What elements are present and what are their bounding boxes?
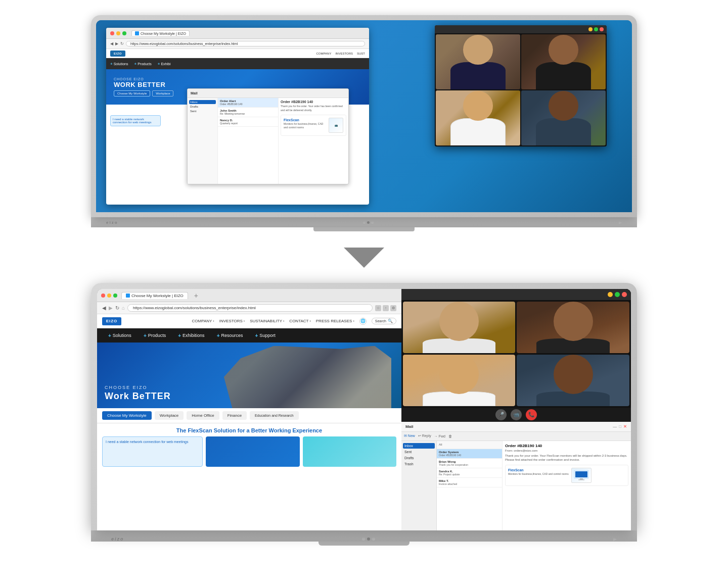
email-list-item-3[interactable]: Sandra K. Re: Project update xyxy=(437,468,502,478)
vc-max-bottom[interactable] xyxy=(615,292,620,297)
dot-1 xyxy=(363,221,366,224)
end-call-btn[interactable]: 📞 xyxy=(526,409,537,420)
plus-resources-bottom: + xyxy=(217,333,220,338)
nav-company-small[interactable]: COMPANY xyxy=(316,52,332,55)
email-body-content: Thank you for your order. Your FlexScan … xyxy=(505,454,628,462)
email-folder-sent[interactable]: Sent xyxy=(403,449,435,455)
back-btn[interactable]: ◀ xyxy=(102,305,106,311)
nav-press-bottom[interactable]: PRESS RELEASES › xyxy=(316,319,354,323)
url-icon-1[interactable]: ☆ xyxy=(375,305,381,311)
email-content-small: Order #B2B190 140 Thank you for the orde… xyxy=(279,98,348,184)
tab-home-office[interactable]: Home Office xyxy=(187,411,219,420)
email-folder-trash[interactable]: Trash xyxy=(403,461,435,467)
menu-solutions-bottom[interactable]: + Solutions xyxy=(102,328,138,343)
min-btn-small[interactable] xyxy=(116,31,120,35)
tab-choose-workstyle[interactable]: Choose My Workstyle xyxy=(102,411,152,420)
vc-close-small[interactable] xyxy=(600,27,604,31)
reload-btn[interactable]: ↻ xyxy=(115,305,119,311)
person-head-3 xyxy=(463,91,492,120)
min-btn-bottom[interactable] xyxy=(107,294,111,298)
new-email-btn[interactable]: ✉ New xyxy=(404,434,415,438)
email-title-small: Mail xyxy=(191,91,198,95)
reply-btn[interactable]: ↩ Reply xyxy=(418,434,431,438)
nav-sust-bottom[interactable]: SUSTAINABILITY › xyxy=(250,319,284,323)
email-sent-small[interactable]: Sent xyxy=(189,109,216,113)
chevron-press: › xyxy=(353,319,354,323)
product-card-blue-1[interactable] xyxy=(206,436,299,467)
email-maximize-icon[interactable]: □ xyxy=(619,424,621,429)
nav-sust-small[interactable]: SUST xyxy=(357,52,365,55)
menu-exhibitions-bottom[interactable]: + Exhibitions xyxy=(172,328,210,343)
monitor-bottom: Choose My Workstyle | EIZO + ◀ ▶ ↻ ⌂ xyxy=(91,283,637,546)
vc-max-small[interactable] xyxy=(594,27,598,31)
email-item-1[interactable]: Order Alert Order #B2B190 140 xyxy=(218,98,278,108)
email-folder-drafts[interactable]: Drafts xyxy=(403,455,435,461)
workplace-btn-small[interactable]: Workplace xyxy=(152,90,173,96)
add-tab-btn[interactable]: + xyxy=(194,291,198,300)
nav-investors-bottom[interactable]: INVESTORS › xyxy=(219,319,245,323)
max-btn-small[interactable] xyxy=(122,31,126,35)
email-subject-display: Order #B2B190 140 xyxy=(281,100,346,104)
url-bar-small[interactable]: https://www.eizoglobal.com/solutions/bus… xyxy=(126,41,365,46)
email-list-item-2[interactable]: Brian Wong Thank you for cooperation xyxy=(437,459,502,468)
close-btn-small[interactable] xyxy=(110,31,114,35)
chevron-sust: › xyxy=(283,319,284,323)
vc-close-bottom[interactable] xyxy=(622,292,627,297)
chevron-investors: › xyxy=(244,319,245,323)
mic-btn[interactable]: 🎤 xyxy=(495,409,507,420)
email-item-2[interactable]: John Smith Re: Meeting tomorrow xyxy=(218,108,278,117)
delete-email-btn[interactable]: 🗑 xyxy=(448,434,452,438)
home-btn[interactable]: ⌂ xyxy=(122,305,125,311)
globe-icon[interactable]: 🌐 xyxy=(359,318,367,325)
tab-education[interactable]: Education and Research xyxy=(250,411,299,420)
search-placeholder-bottom: Search xyxy=(375,319,386,323)
tab-workplace[interactable]: Workplace xyxy=(155,411,184,420)
menu-resources-bottom[interactable]: + Resources xyxy=(211,328,249,343)
browser-tab-bottom[interactable]: Choose My Workstyle | EIZO xyxy=(121,292,188,299)
tab-finance[interactable]: Finance xyxy=(222,411,247,420)
menu-solutions-small[interactable]: + Solutions xyxy=(110,62,128,66)
vc-min-small[interactable] xyxy=(588,27,593,31)
email-drafts-small[interactable]: Drafts xyxy=(189,105,216,109)
person-head-4 xyxy=(549,91,578,120)
email-inbox-small[interactable]: Inbox xyxy=(189,100,216,104)
email-close-icon[interactable]: ✕ xyxy=(623,424,627,429)
menu-support-bottom[interactable]: + Support xyxy=(249,328,282,343)
browser-tab-small[interactable]: Choose My Workstyle | EIZO xyxy=(131,30,190,36)
screen-left-bottom: Choose My Workstyle | EIZO + ◀ ▶ ↻ ⌂ xyxy=(97,289,401,530)
email-list-item-1[interactable]: Order System Order #B2B190 140 xyxy=(437,449,502,459)
url-icon-3[interactable]: ⚙ xyxy=(390,305,396,311)
vc-titlebar-bottom xyxy=(401,289,631,300)
menu-products-small[interactable]: + Products xyxy=(134,62,151,66)
max-btn-bottom[interactable] xyxy=(113,294,117,298)
vc-grid-small xyxy=(435,33,607,146)
menu-products-bottom[interactable]: + Products xyxy=(138,328,172,343)
vc-head-4 xyxy=(554,355,593,394)
url-bar-bottom[interactable]: https://www.eizoglobal.com/solutions/bus… xyxy=(127,304,373,312)
choose-eizo-bottom: CHOOSE EIZO xyxy=(105,385,171,390)
forward-btn[interactable]: ▶ xyxy=(109,305,113,311)
email-minimize-icon[interactable]: — xyxy=(613,424,617,429)
email-folder-inbox[interactable]: Inbox xyxy=(403,443,435,449)
vc-min-bottom[interactable] xyxy=(608,292,613,297)
product-card-blue-2[interactable] xyxy=(303,436,396,467)
nav-investors-small[interactable]: INVESTORS xyxy=(335,52,353,55)
tab-favicon xyxy=(135,31,139,35)
person-figure-1 xyxy=(436,34,520,89)
nav-company-bottom[interactable]: COMPANY › xyxy=(192,319,214,323)
browser-urlbar-small: ◀ ▶ ↻ https://www.eizoglobal.com/solutio… xyxy=(106,39,369,49)
vc-person-2-small xyxy=(521,34,606,89)
email-item-3[interactable]: Nancy D. Quarterly report xyxy=(218,117,278,127)
choose-workstyle-btn-small[interactable]: Choose My Workstyle xyxy=(114,90,150,96)
product-card-network[interactable]: I need a stable network connection for w… xyxy=(102,436,203,467)
url-icon-2[interactable]: ↑ xyxy=(383,305,389,311)
search-icon[interactable]: 🔍 xyxy=(388,319,393,323)
hero-text-bottom: CHOOSE EIZO Work BeTTER xyxy=(97,379,178,408)
menu-exhibitions-small[interactable]: + Exhibi xyxy=(158,62,171,66)
search-bar-bottom[interactable]: Search 🔍 xyxy=(372,318,396,324)
email-list-item-4[interactable]: Mike T. Invoice attached xyxy=(437,478,502,487)
cam-btn[interactable]: 📹 xyxy=(511,409,522,420)
forward-email-btn[interactable]: → Fwd xyxy=(434,434,445,438)
close-btn-bottom[interactable] xyxy=(101,294,105,298)
nav-contact-bottom[interactable]: CONTACT › xyxy=(289,319,310,323)
